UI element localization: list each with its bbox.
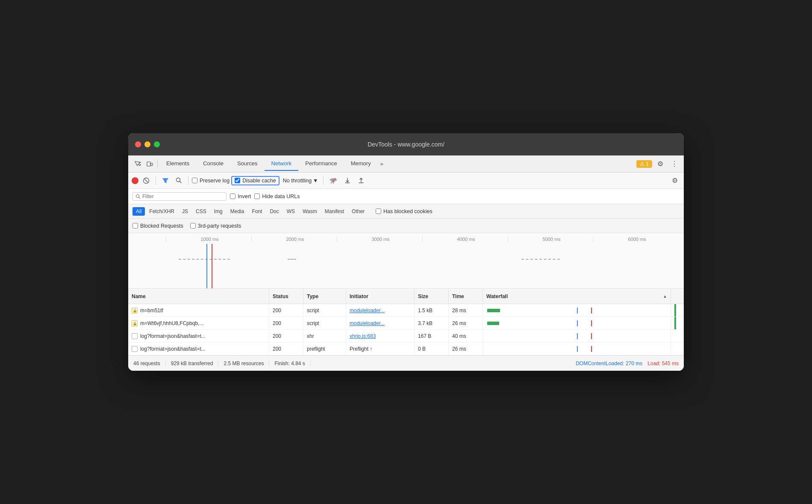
type-btn-wasm[interactable]: Wasm [299, 207, 321, 216]
row4-waterfall [483, 343, 671, 355]
wf-load-line-2 [591, 320, 592, 326]
type-btn-all[interactable]: All [132, 207, 145, 216]
more-tabs-button[interactable]: » [378, 159, 386, 169]
wf-load-line [591, 308, 592, 314]
third-party-label[interactable]: 3rd-party requests [190, 223, 241, 229]
row1-name: 🔒 m=bm51tf [128, 304, 269, 316]
throttle-dropdown-icon: ▼ [313, 178, 318, 184]
tab-divider [157, 159, 158, 169]
dash-line-3 [521, 259, 560, 260]
tab-console[interactable]: Console [196, 157, 230, 171]
has-blocked-cookies-label[interactable]: Has blocked cookies [376, 208, 432, 214]
invert-label[interactable]: Invert [230, 193, 251, 199]
row2-type: script [303, 317, 346, 329]
timeline-area: 1000 ms 2000 ms 3000 ms 4000 ms 5000 ms … [128, 233, 684, 289]
wf-load-line-3 [591, 333, 592, 339]
wf-load-line-4 [591, 346, 592, 352]
tab-elements[interactable]: Elements [159, 157, 196, 171]
throttle-select[interactable]: No throttling ▼ [281, 177, 320, 185]
tab-performance[interactable]: Performance [298, 157, 344, 171]
row4-time: 26 ms [449, 343, 483, 355]
type-btn-fetch[interactable]: Fetch/XHR [146, 207, 178, 216]
blocked-requests-checkbox[interactable] [132, 223, 138, 229]
devtools-more-button[interactable]: ⋮ [668, 158, 680, 170]
col-type[interactable]: Type [303, 289, 346, 304]
row4-extra [671, 343, 684, 355]
invert-checkbox[interactable] [230, 193, 235, 199]
row3-name: log?format=json&hasfast=t... [128, 330, 269, 342]
wf-dom-line-2 [577, 320, 578, 326]
has-blocked-cookies-checkbox[interactable] [376, 208, 381, 214]
import-button[interactable] [341, 176, 353, 186]
wf-dom-line-4 [577, 346, 578, 352]
throttle-label: No throttling [283, 178, 312, 184]
devtools-settings-button[interactable]: ⚙ [655, 158, 666, 170]
type-btn-manifest[interactable]: Manifest [321, 207, 347, 216]
wf-dom-line [577, 308, 578, 314]
third-party-checkbox[interactable] [190, 223, 196, 229]
type-btn-ws[interactable]: WS [283, 207, 298, 216]
row3-initiator-link[interactable]: xhrio.js:683 [350, 333, 376, 339]
type-btn-other[interactable]: Other [348, 207, 368, 216]
clear-button[interactable] [140, 176, 152, 186]
search-button[interactable] [173, 176, 185, 185]
svg-line-5 [180, 182, 182, 183]
table-row[interactable]: log?format=json&hasfast=t... 200 preflig… [128, 343, 684, 355]
col-status[interactable]: Status [269, 289, 303, 304]
row2-initiator: moduleloader... [346, 317, 415, 329]
status-bar: 46 requests 929 kB transferred 2.5 MB re… [128, 355, 684, 371]
table-row[interactable]: log?format=json&hasfast=t... 200 xhr xhr… [128, 330, 684, 343]
export-button[interactable] [355, 176, 367, 186]
table-row[interactable]: 🔒 m=bm51tf 200 script moduleloader... 1.… [128, 304, 684, 317]
device-toolbar-icon[interactable] [144, 159, 156, 169]
status-requests: 46 requests [133, 360, 166, 366]
hide-data-urls-checkbox[interactable] [254, 193, 260, 199]
hide-data-urls-label[interactable]: Hide data URLs [254, 193, 300, 199]
type-btn-img[interactable]: Img [211, 207, 226, 216]
preserve-log-label[interactable]: Preserve log [192, 178, 229, 184]
type-btn-js[interactable]: JS [179, 207, 191, 216]
type-btn-media[interactable]: Media [227, 207, 248, 216]
tab-sources[interactable]: Sources [230, 157, 265, 171]
disable-cache-wrapper: Disable cache [231, 176, 279, 185]
network-settings-button[interactable]: ⚙ [669, 175, 680, 186]
svg-line-8 [139, 197, 141, 199]
disable-cache-label[interactable]: Disable cache [235, 178, 276, 184]
tick-6000: 6000 ms [593, 237, 679, 242]
type-btn-css[interactable]: CSS [192, 207, 210, 216]
col-waterfall[interactable]: Waterfall ▲ [483, 289, 671, 304]
row1-initiator-link[interactable]: moduleloader... [350, 308, 385, 314]
load-event-line [212, 244, 212, 288]
filter-button[interactable] [159, 176, 171, 186]
record-button[interactable] [132, 177, 138, 184]
col-initiator[interactable]: Initiator [346, 289, 415, 304]
col-extra [671, 289, 684, 304]
preserve-log-checkbox[interactable] [192, 178, 197, 183]
row1-waterfall [483, 304, 671, 316]
tab-memory[interactable]: Memory [344, 157, 378, 171]
tab-network[interactable]: Network [265, 157, 299, 171]
notifications-button[interactable]: ⚠ 1 [636, 160, 652, 168]
inspect-element-icon[interactable] [132, 159, 144, 169]
row1-type: script [303, 304, 346, 316]
row2-initiator-link[interactable]: moduleloader... [350, 320, 385, 326]
wf-bar-1 [487, 309, 500, 312]
tick-2000: 2000 ms [251, 237, 337, 242]
col-name[interactable]: Name [128, 289, 269, 304]
type-btn-doc[interactable]: Doc [266, 207, 282, 216]
row1-size: 1.5 kB [415, 304, 449, 316]
minimize-button[interactable] [144, 141, 150, 147]
col-time[interactable]: Time [449, 289, 483, 304]
row2-extra [671, 317, 684, 329]
blocked-requests-label[interactable]: Blocked Requests [132, 223, 183, 229]
close-button[interactable] [135, 141, 141, 147]
network-toolbar: Preserve log Disable cache No throttling… [128, 173, 684, 189]
filter-input[interactable] [142, 193, 219, 199]
table-row[interactable]: 🔒 m=Wt6vjf,hhhU8,FCpbqb,... 200 script m… [128, 317, 684, 330]
row1-extra [671, 304, 684, 316]
maximize-button[interactable] [154, 141, 160, 147]
col-size[interactable]: Size [415, 289, 449, 304]
disable-cache-checkbox[interactable] [235, 178, 240, 183]
wifi-icon[interactable] [327, 176, 340, 185]
type-btn-font[interactable]: Font [248, 207, 265, 216]
